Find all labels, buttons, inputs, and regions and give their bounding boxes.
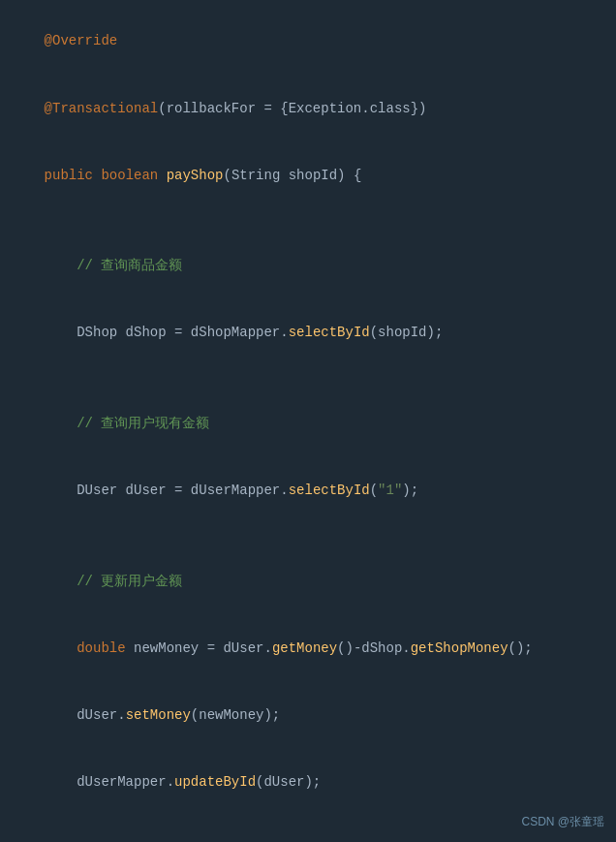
code-line-8: // 查询用户现有金额	[0, 390, 616, 457]
code-line-10	[0, 524, 616, 547]
watermark: CSDN @张童瑶	[521, 814, 604, 830]
code-line-5: // 查询商品金额	[0, 233, 616, 299]
code-line-7	[0, 366, 616, 390]
annotation-override: @Override	[45, 33, 118, 48]
annotation-transactional: @Transactional	[45, 101, 159, 116]
code-line-1: @Override	[0, 8, 616, 75]
code-line-14: dUserMapper.updateById(dUser);	[0, 749, 616, 816]
code-line-13: dUser.setMoney(newMoney);	[0, 682, 616, 749]
code-line-4	[0, 209, 616, 233]
code-line-6: DShop dShop = dShopMapper.selectById(sho…	[0, 299, 616, 366]
code-line-3: public boolean payShop(String shopId) {	[0, 141, 616, 208]
code-line-12: double newMoney = dUser.getMoney()-dShop…	[0, 615, 616, 682]
code-line-2: @Transactional(rollbackFor = {Exception.…	[0, 75, 616, 141]
code-line-11: // 更新用户金额	[0, 547, 616, 614]
code-line-9: DUser dUser = dUserMapper.selectById("1"…	[0, 457, 616, 524]
code-editor: @Override @Transactional(rollbackFor = {…	[0, 0, 616, 842]
